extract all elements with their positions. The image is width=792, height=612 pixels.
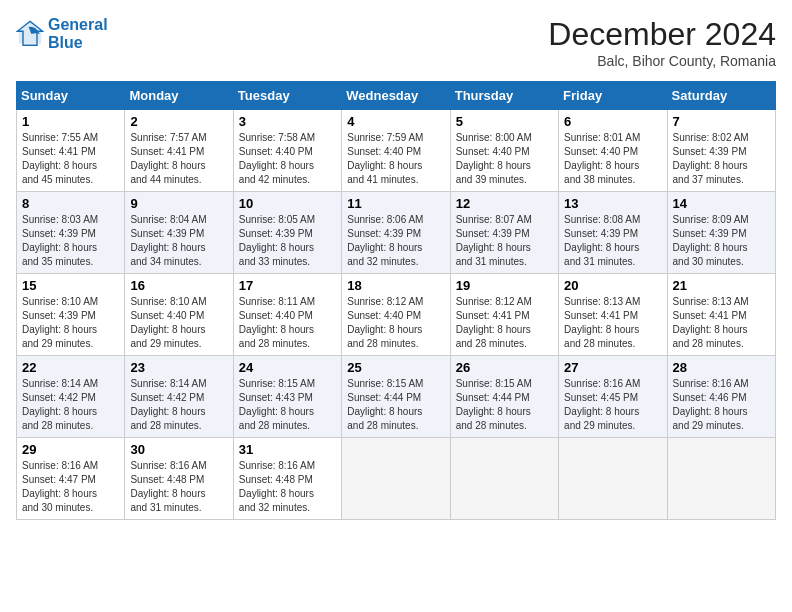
calendar-day-cell: 10Sunrise: 8:05 AMSunset: 4:39 PMDayligh… (233, 192, 341, 274)
logo: General Blue (16, 16, 108, 52)
calendar-day-cell (342, 438, 450, 520)
calendar-day-cell: 9Sunrise: 8:04 AMSunset: 4:39 PMDaylight… (125, 192, 233, 274)
calendar-day-cell: 8Sunrise: 8:03 AMSunset: 4:39 PMDaylight… (17, 192, 125, 274)
day-number: 17 (239, 278, 336, 293)
calendar-week-row: 8Sunrise: 8:03 AMSunset: 4:39 PMDaylight… (17, 192, 776, 274)
day-info: Sunrise: 8:12 AMSunset: 4:40 PMDaylight:… (347, 295, 444, 351)
day-info: Sunrise: 8:16 AMSunset: 4:47 PMDaylight:… (22, 459, 119, 515)
page-header: General Blue December 2024 Balc, Bihor C… (16, 16, 776, 69)
calendar-day-cell: 12Sunrise: 8:07 AMSunset: 4:39 PMDayligh… (450, 192, 558, 274)
day-info: Sunrise: 8:14 AMSunset: 4:42 PMDaylight:… (22, 377, 119, 433)
calendar-day-cell: 16Sunrise: 8:10 AMSunset: 4:40 PMDayligh… (125, 274, 233, 356)
day-info: Sunrise: 8:13 AMSunset: 4:41 PMDaylight:… (564, 295, 661, 351)
calendar-day-cell: 2Sunrise: 7:57 AMSunset: 4:41 PMDaylight… (125, 110, 233, 192)
calendar-week-row: 29Sunrise: 8:16 AMSunset: 4:47 PMDayligh… (17, 438, 776, 520)
calendar-week-row: 1Sunrise: 7:55 AMSunset: 4:41 PMDaylight… (17, 110, 776, 192)
day-number: 3 (239, 114, 336, 129)
calendar-day-cell: 20Sunrise: 8:13 AMSunset: 4:41 PMDayligh… (559, 274, 667, 356)
day-number: 5 (456, 114, 553, 129)
day-number: 20 (564, 278, 661, 293)
calendar-day-cell: 24Sunrise: 8:15 AMSunset: 4:43 PMDayligh… (233, 356, 341, 438)
day-number: 13 (564, 196, 661, 211)
calendar-day-cell: 6Sunrise: 8:01 AMSunset: 4:40 PMDaylight… (559, 110, 667, 192)
calendar-day-cell: 19Sunrise: 8:12 AMSunset: 4:41 PMDayligh… (450, 274, 558, 356)
day-number: 15 (22, 278, 119, 293)
calendar-day-cell: 23Sunrise: 8:14 AMSunset: 4:42 PMDayligh… (125, 356, 233, 438)
calendar-day-cell: 4Sunrise: 7:59 AMSunset: 4:40 PMDaylight… (342, 110, 450, 192)
day-number: 2 (130, 114, 227, 129)
calendar-day-cell: 22Sunrise: 8:14 AMSunset: 4:42 PMDayligh… (17, 356, 125, 438)
calendar-day-cell: 29Sunrise: 8:16 AMSunset: 4:47 PMDayligh… (17, 438, 125, 520)
day-of-week-header: Friday (559, 82, 667, 110)
day-of-week-header: Tuesday (233, 82, 341, 110)
day-number: 23 (130, 360, 227, 375)
day-info: Sunrise: 8:09 AMSunset: 4:39 PMDaylight:… (673, 213, 770, 269)
day-info: Sunrise: 7:59 AMSunset: 4:40 PMDaylight:… (347, 131, 444, 187)
day-number: 14 (673, 196, 770, 211)
day-info: Sunrise: 8:16 AMSunset: 4:45 PMDaylight:… (564, 377, 661, 433)
day-info: Sunrise: 8:14 AMSunset: 4:42 PMDaylight:… (130, 377, 227, 433)
day-info: Sunrise: 8:00 AMSunset: 4:40 PMDaylight:… (456, 131, 553, 187)
calendar-day-cell: 26Sunrise: 8:15 AMSunset: 4:44 PMDayligh… (450, 356, 558, 438)
day-info: Sunrise: 8:12 AMSunset: 4:41 PMDaylight:… (456, 295, 553, 351)
day-number: 18 (347, 278, 444, 293)
logo-text: General Blue (48, 16, 108, 52)
calendar-week-row: 22Sunrise: 8:14 AMSunset: 4:42 PMDayligh… (17, 356, 776, 438)
day-number: 16 (130, 278, 227, 293)
day-info: Sunrise: 8:02 AMSunset: 4:39 PMDaylight:… (673, 131, 770, 187)
day-number: 28 (673, 360, 770, 375)
day-info: Sunrise: 7:57 AMSunset: 4:41 PMDaylight:… (130, 131, 227, 187)
day-number: 29 (22, 442, 119, 457)
day-number: 12 (456, 196, 553, 211)
calendar-day-cell: 1Sunrise: 7:55 AMSunset: 4:41 PMDaylight… (17, 110, 125, 192)
day-number: 1 (22, 114, 119, 129)
calendar-day-cell: 21Sunrise: 8:13 AMSunset: 4:41 PMDayligh… (667, 274, 775, 356)
calendar-day-cell: 17Sunrise: 8:11 AMSunset: 4:40 PMDayligh… (233, 274, 341, 356)
day-info: Sunrise: 8:01 AMSunset: 4:40 PMDaylight:… (564, 131, 661, 187)
calendar-day-cell: 7Sunrise: 8:02 AMSunset: 4:39 PMDaylight… (667, 110, 775, 192)
logo-icon (16, 20, 44, 48)
calendar-day-cell: 3Sunrise: 7:58 AMSunset: 4:40 PMDaylight… (233, 110, 341, 192)
day-number: 11 (347, 196, 444, 211)
day-of-week-header: Saturday (667, 82, 775, 110)
calendar-day-cell: 28Sunrise: 8:16 AMSunset: 4:46 PMDayligh… (667, 356, 775, 438)
day-number: 7 (673, 114, 770, 129)
day-info: Sunrise: 8:15 AMSunset: 4:44 PMDaylight:… (347, 377, 444, 433)
day-number: 22 (22, 360, 119, 375)
day-info: Sunrise: 7:55 AMSunset: 4:41 PMDaylight:… (22, 131, 119, 187)
day-number: 31 (239, 442, 336, 457)
month-title: December 2024 (548, 16, 776, 53)
title-block: December 2024 Balc, Bihor County, Romani… (548, 16, 776, 69)
calendar-day-cell (450, 438, 558, 520)
day-info: Sunrise: 8:06 AMSunset: 4:39 PMDaylight:… (347, 213, 444, 269)
day-of-week-header: Sunday (17, 82, 125, 110)
calendar-day-cell (559, 438, 667, 520)
day-number: 30 (130, 442, 227, 457)
day-of-week-header: Monday (125, 82, 233, 110)
day-info: Sunrise: 8:15 AMSunset: 4:44 PMDaylight:… (456, 377, 553, 433)
day-info: Sunrise: 8:16 AMSunset: 4:46 PMDaylight:… (673, 377, 770, 433)
calendar-day-cell: 25Sunrise: 8:15 AMSunset: 4:44 PMDayligh… (342, 356, 450, 438)
calendar-week-row: 15Sunrise: 8:10 AMSunset: 4:39 PMDayligh… (17, 274, 776, 356)
day-number: 4 (347, 114, 444, 129)
day-info: Sunrise: 7:58 AMSunset: 4:40 PMDaylight:… (239, 131, 336, 187)
calendar-day-cell: 14Sunrise: 8:09 AMSunset: 4:39 PMDayligh… (667, 192, 775, 274)
day-number: 25 (347, 360, 444, 375)
day-info: Sunrise: 8:07 AMSunset: 4:39 PMDaylight:… (456, 213, 553, 269)
day-info: Sunrise: 8:05 AMSunset: 4:39 PMDaylight:… (239, 213, 336, 269)
calendar-day-cell: 27Sunrise: 8:16 AMSunset: 4:45 PMDayligh… (559, 356, 667, 438)
calendar-day-cell: 30Sunrise: 8:16 AMSunset: 4:48 PMDayligh… (125, 438, 233, 520)
day-number: 10 (239, 196, 336, 211)
calendar-day-cell: 15Sunrise: 8:10 AMSunset: 4:39 PMDayligh… (17, 274, 125, 356)
calendar-table: SundayMondayTuesdayWednesdayThursdayFrid… (16, 81, 776, 520)
day-info: Sunrise: 8:10 AMSunset: 4:40 PMDaylight:… (130, 295, 227, 351)
day-of-week-header: Wednesday (342, 82, 450, 110)
day-info: Sunrise: 8:03 AMSunset: 4:39 PMDaylight:… (22, 213, 119, 269)
calendar-day-cell (667, 438, 775, 520)
day-number: 8 (22, 196, 119, 211)
day-of-week-header: Thursday (450, 82, 558, 110)
calendar-day-cell: 13Sunrise: 8:08 AMSunset: 4:39 PMDayligh… (559, 192, 667, 274)
day-number: 24 (239, 360, 336, 375)
day-number: 19 (456, 278, 553, 293)
day-number: 9 (130, 196, 227, 211)
